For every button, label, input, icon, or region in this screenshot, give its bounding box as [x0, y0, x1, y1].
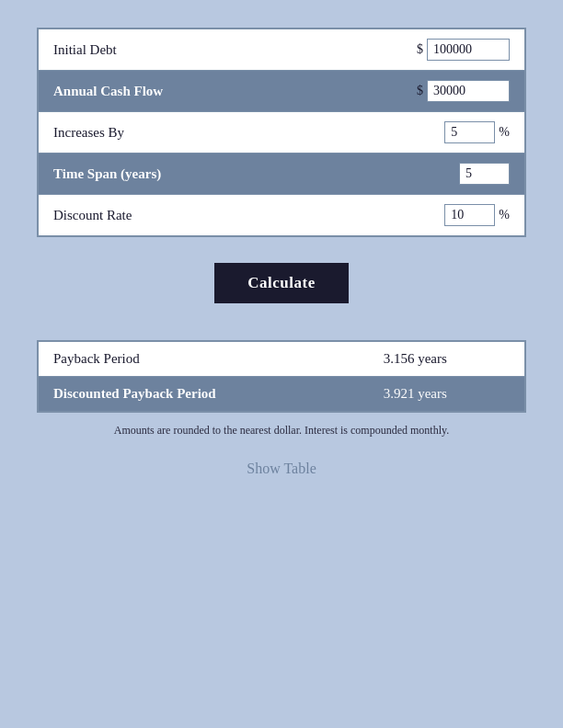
value-cell-initial-debt: $: [306, 28, 526, 71]
label-discount-rate: Discount Rate: [38, 195, 306, 237]
input-annual-cash-flow[interactable]: [427, 80, 510, 102]
result-label-payback-period: Payback Period: [38, 341, 306, 377]
label-time-span: Time Span (years): [38, 154, 306, 195]
input-increases-by[interactable]: [444, 121, 495, 143]
show-table-link[interactable]: Show Table: [247, 461, 316, 476]
input-row-initial-debt: Initial Debt$: [38, 28, 525, 71]
input-discount-rate[interactable]: [444, 204, 495, 226]
results-row-payback-period: Payback Period3.156 years: [38, 341, 525, 377]
results-section: Payback Period3.156 yearsDiscounted Payb…: [37, 340, 526, 477]
input-time-span[interactable]: [459, 163, 510, 185]
label-annual-cash-flow: Annual Cash Flow: [38, 71, 306, 112]
value-cell-annual-cash-flow: $: [306, 71, 526, 112]
result-label-discounted-payback-period: Discounted Payback Period: [38, 377, 306, 413]
calculate-button[interactable]: Calculate: [214, 263, 348, 303]
page-wrapper: Initial Debt$Annual Cash Flow$Increases …: [37, 28, 526, 477]
input-row-increases-by: Increases By%: [38, 112, 525, 154]
value-cell-increases-by: %: [306, 112, 526, 154]
result-value-payback-period: 3.156 years: [306, 341, 526, 377]
value-cell-discount-rate: %: [306, 195, 526, 237]
results-table: Payback Period3.156 yearsDiscounted Payb…: [37, 340, 526, 413]
result-value-discounted-payback-period: 3.921 years: [306, 377, 526, 413]
results-row-discounted-payback-period: Discounted Payback Period3.921 years: [38, 377, 525, 413]
prefix-initial-debt: $: [417, 42, 423, 57]
input-row-discount-rate: Discount Rate%: [38, 195, 525, 237]
input-initial-debt[interactable]: [427, 39, 510, 61]
suffix-discount-rate: %: [499, 208, 510, 222]
label-initial-debt: Initial Debt: [38, 28, 306, 71]
input-row-annual-cash-flow: Annual Cash Flow$: [38, 71, 525, 112]
prefix-annual-cash-flow: $: [417, 84, 423, 98]
value-cell-time-span: [306, 154, 526, 195]
suffix-increases-by: %: [499, 125, 510, 140]
footnote: Amounts are rounded to the nearest dolla…: [37, 422, 526, 438]
input-row-time-span: Time Span (years): [38, 154, 525, 195]
label-increases-by: Increases By: [38, 112, 306, 154]
input-table: Initial Debt$Annual Cash Flow$Increases …: [37, 28, 526, 237]
